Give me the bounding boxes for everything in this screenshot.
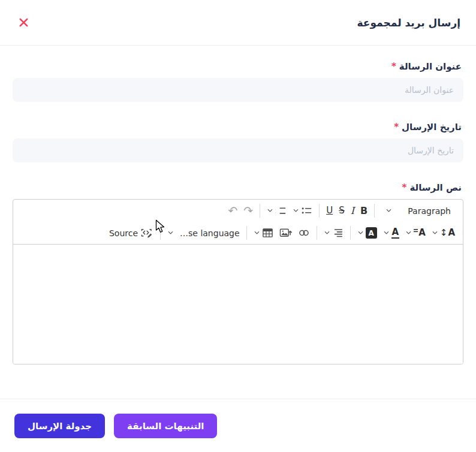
numbered-list-dropdown[interactable]: 1 2 <box>264 202 290 220</box>
text-language-dropdown[interactable]: …se language <box>164 224 243 242</box>
text-alignment-dropdown[interactable] <box>321 224 347 242</box>
chevron-down-icon <box>267 207 273 214</box>
send-date-input[interactable] <box>13 138 463 162</box>
message-title-input[interactable] <box>13 78 463 102</box>
toolbar-separator <box>246 226 247 240</box>
font-family-dropdown[interactable]: A <box>402 224 429 242</box>
font-family-icon: A <box>414 228 426 237</box>
send-date-label: تاريخ الإرسال * <box>14 122 462 132</box>
undo-button[interactable]: ↶ <box>225 202 240 220</box>
underline-button[interactable]: U <box>323 202 336 220</box>
chevron-down-icon <box>293 207 299 214</box>
toolbar-separator <box>374 204 375 218</box>
toolbar-separator <box>317 226 317 240</box>
label-text: عنوان الرسالة <box>399 61 462 72</box>
chevron-down-icon <box>432 230 438 236</box>
chevron-down-icon <box>324 230 330 236</box>
toolbar-separator <box>260 204 260 218</box>
italic-button[interactable]: I <box>348 202 357 220</box>
close-icon <box>18 17 29 28</box>
svg-text:2: 2 <box>275 211 276 216</box>
modal-body: عنوان الرسالة * تاريخ الإرسال * نص الرسا… <box>0 46 476 364</box>
chevron-down-icon <box>383 230 390 236</box>
label-text: تاريخ الإرسال <box>402 122 462 132</box>
font-background-color-icon: A <box>366 227 377 239</box>
toolbar-row-2: A↕ A A <box>18 222 458 244</box>
source-editing-icon <box>140 227 153 239</box>
redo-icon: ↷ <box>243 205 253 216</box>
insert-table-icon <box>262 227 273 239</box>
undo-icon: ↶ <box>228 205 237 216</box>
insert-table-dropdown[interactable] <box>251 224 276 242</box>
message-title-label: عنوان الرسالة * <box>14 61 462 72</box>
editor-toolbar: Paragraph B I S U <box>13 200 463 245</box>
link-button[interactable] <box>295 224 313 242</box>
modal-footer: التنبيهات السابقة جدولة الإرسال <box>0 399 476 438</box>
paragraph-style-dropdown[interactable]: Paragraph <box>378 202 458 220</box>
message-title-field-group: عنوان الرسالة * <box>13 61 463 102</box>
rich-text-editor: Paragraph B I S U <box>13 199 463 364</box>
toolbar-separator <box>319 204 320 218</box>
text-language-dropdown-label: …se language <box>180 228 240 238</box>
close-button[interactable] <box>16 14 32 31</box>
source-editing-label: Source <box>109 228 138 238</box>
insert-image-icon <box>279 227 292 239</box>
bold-button[interactable]: B <box>357 202 370 220</box>
bulleted-list-dropdown[interactable] <box>290 202 315 220</box>
font-size-icon: A↕ <box>440 228 455 237</box>
required-asterisk: * <box>402 182 407 193</box>
modal-title: إرسال بريد لمجموعة <box>357 17 460 29</box>
font-color-dropdown[interactable]: A <box>380 224 403 242</box>
paragraph-dropdown-label: Paragraph <box>408 206 451 216</box>
font-size-dropdown[interactable]: A↕ <box>429 224 458 242</box>
modal-header: إرسال بريد لمجموعة <box>0 0 476 46</box>
italic-icon: I <box>351 206 354 216</box>
schedule-send-button[interactable]: جدولة الإرسال <box>14 414 105 438</box>
source-editing-button[interactable]: Source <box>106 224 156 242</box>
message-body-label: نص الرسالة * <box>14 182 462 193</box>
chevron-down-icon <box>357 230 364 236</box>
chevron-down-icon <box>385 207 392 214</box>
numbered-list-icon: 1 2 <box>275 205 287 216</box>
previous-alerts-button[interactable]: التنبيهات السابقة <box>114 414 217 438</box>
label-text: نص الرسالة <box>409 182 462 193</box>
strikethrough-button[interactable]: S <box>336 202 348 220</box>
chevron-down-icon <box>254 230 260 236</box>
toolbar-separator <box>160 226 161 240</box>
chevron-down-icon <box>167 230 174 236</box>
bulleted-list-icon <box>301 205 312 216</box>
required-asterisk: * <box>391 61 396 72</box>
editor-content-area[interactable] <box>13 245 463 364</box>
bold-icon: B <box>360 206 367 216</box>
font-background-color-dropdown[interactable]: A <box>354 224 380 242</box>
toolbar-separator <box>350 226 351 240</box>
redo-button[interactable]: ↷ <box>240 202 256 220</box>
chevron-down-icon <box>405 230 412 236</box>
font-color-icon: A <box>391 227 400 239</box>
required-asterisk: * <box>394 122 399 132</box>
message-body-field-group: نص الرسالة * Paragraph B I <box>13 182 463 364</box>
strikethrough-icon: S <box>339 206 345 215</box>
svg-text:1: 1 <box>275 206 276 211</box>
insert-image-button[interactable] <box>276 224 295 242</box>
underline-icon: U <box>326 206 333 215</box>
send-date-field-group: تاريخ الإرسال * <box>13 122 463 162</box>
toolbar-row-1: Paragraph B I S U <box>18 200 458 222</box>
link-icon <box>298 227 310 239</box>
text-alignment-icon <box>332 227 344 239</box>
